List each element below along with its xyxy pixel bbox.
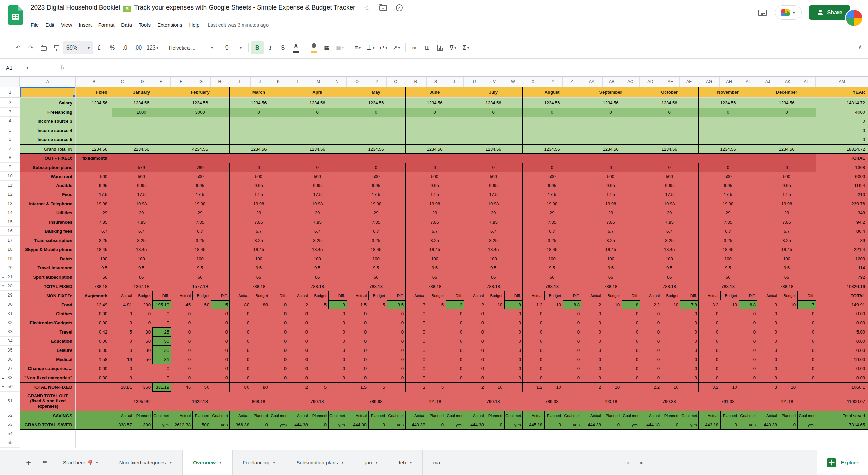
cell[interactable]: 7.85: [347, 217, 405, 227]
redo-icon[interactable]: ↷: [24, 41, 37, 54]
cell[interactable]: 1395.99: [112, 392, 171, 411]
cell[interactable]: Planned: [134, 411, 152, 420]
cell[interactable]: [347, 135, 405, 144]
cell[interactable]: 0: [757, 309, 779, 318]
cell[interactable]: [603, 364, 622, 373]
cell[interactable]: Planned: [720, 411, 739, 420]
row-header-20[interactable]: 20: [0, 263, 20, 272]
cell[interactable]: 0: [347, 318, 368, 327]
cell[interactable]: 6.7: [405, 227, 464, 236]
cell[interactable]: 0: [464, 373, 486, 382]
cell[interactable]: 30: [134, 327, 152, 337]
cell[interactable]: 9.5: [522, 263, 581, 272]
cell[interactable]: [544, 355, 563, 364]
cell[interactable]: 9.95: [581, 181, 640, 190]
cell[interactable]: [288, 117, 347, 126]
cell[interactable]: 1622.18: [171, 392, 229, 411]
cell[interactable]: 838.57: [112, 420, 134, 429]
cell[interactable]: [486, 373, 504, 382]
row-label[interactable]: GRAND TOTAL OUT (fixed & non-fixed expen…: [20, 392, 76, 411]
cell[interactable]: 80: [251, 383, 270, 392]
cell[interactable]: 0: [171, 346, 192, 355]
cell[interactable]: [486, 364, 504, 373]
cell[interactable]: 0: [270, 373, 288, 382]
cell[interactable]: 5: [310, 300, 328, 309]
cell[interactable]: Actual: [699, 411, 720, 420]
cell[interactable]: 0: [504, 346, 523, 355]
cell[interactable]: 0: [270, 355, 288, 364]
row-header-53[interactable]: 53: [0, 420, 20, 429]
cell[interactable]: 18.45: [76, 245, 112, 254]
row-header-28[interactable]: ▼28: [0, 282, 20, 291]
cell[interactable]: 500: [192, 420, 211, 429]
cell[interactable]: 6.7: [581, 227, 640, 236]
cell[interactable]: 1234.56: [581, 144, 640, 153]
cell[interactable]: 0: [310, 420, 328, 429]
cell[interactable]: [76, 117, 112, 126]
cell[interactable]: [387, 383, 406, 392]
column-header-AI[interactable]: AI: [738, 77, 757, 87]
row-header-55[interactable]: 55: [0, 438, 20, 448]
cell[interactable]: July: [464, 87, 522, 98]
cell[interactable]: [779, 355, 797, 364]
cell[interactable]: Goal met: [739, 411, 757, 420]
cell[interactable]: 0: [446, 373, 464, 382]
cell[interactable]: 0: [816, 135, 868, 144]
cell[interactable]: 1.58: [76, 355, 112, 364]
cell[interactable]: 19.98: [464, 199, 522, 208]
row-label[interactable]: TOTAL NON-FIXED: [20, 382, 76, 392]
cell[interactable]: 66: [757, 272, 816, 282]
cell[interactable]: 18.45: [581, 245, 640, 254]
cell[interactable]: [251, 327, 270, 337]
row-header-33[interactable]: 33: [0, 327, 20, 337]
cell[interactable]: 31: [152, 355, 171, 364]
cell[interactable]: 1367.18: [112, 282, 171, 291]
cell[interactable]: 0: [347, 309, 368, 318]
cell[interactable]: 0: [387, 318, 406, 327]
cell[interactable]: 0: [739, 373, 757, 382]
row-header-8[interactable]: 8: [0, 153, 20, 163]
cell[interactable]: [76, 438, 112, 448]
cell[interactable]: 3.25: [229, 236, 288, 245]
cell[interactable]: 19.98: [522, 199, 581, 208]
cell[interactable]: 19.98: [229, 199, 288, 208]
cell[interactable]: 0.00: [816, 346, 868, 355]
row-header-51[interactable]: 51: [0, 392, 20, 411]
cell[interactable]: 10826.16: [816, 282, 868, 291]
text-rotation-icon[interactable]: ↗▾: [390, 41, 403, 54]
cell[interactable]: 6.8: [739, 300, 757, 309]
cell[interactable]: 0: [446, 355, 464, 364]
cell[interactable]: 9.5: [405, 263, 464, 272]
cell[interactable]: 0: [464, 318, 486, 327]
tab-start-here[interactable]: Start here▼: [53, 450, 109, 475]
column-header-O[interactable]: O: [347, 77, 368, 87]
row-label[interactable]: Travel insurance: [20, 263, 76, 272]
cell[interactable]: yes: [680, 420, 699, 429]
cell[interactable]: [368, 373, 387, 382]
cell[interactable]: 9.95: [640, 181, 698, 190]
cell[interactable]: 17.5: [640, 190, 698, 199]
cell[interactable]: 0.00: [816, 309, 868, 318]
cell[interactable]: 0: [739, 364, 757, 373]
cell[interactable]: 18.45: [757, 245, 816, 254]
cell[interactable]: Goal met: [446, 411, 464, 420]
column-header-B[interactable]: B: [76, 77, 112, 87]
cell[interactable]: [797, 383, 816, 392]
cell[interactable]: [251, 373, 270, 382]
cell[interactable]: [757, 135, 816, 144]
cell[interactable]: 444.38: [581, 420, 603, 429]
cell[interactable]: 9.5: [698, 263, 757, 272]
row-header-31[interactable]: 31: [0, 309, 20, 318]
cell[interactable]: [405, 135, 464, 144]
cell[interactable]: [405, 117, 464, 126]
cell[interactable]: 18.45: [698, 245, 757, 254]
row-header-36[interactable]: 36: [0, 355, 20, 364]
meet-button[interactable]: ▼: [775, 5, 802, 20]
row-label[interactable]: Warm rent: [20, 172, 76, 181]
cell[interactable]: 29: [464, 208, 522, 217]
cell[interactable]: 25: [152, 327, 171, 337]
group-toggle-icon[interactable]: ▼: [2, 285, 4, 288]
cell[interactable]: 0: [328, 355, 347, 364]
cell[interactable]: [211, 383, 230, 392]
cell[interactable]: 9.5: [347, 263, 405, 272]
